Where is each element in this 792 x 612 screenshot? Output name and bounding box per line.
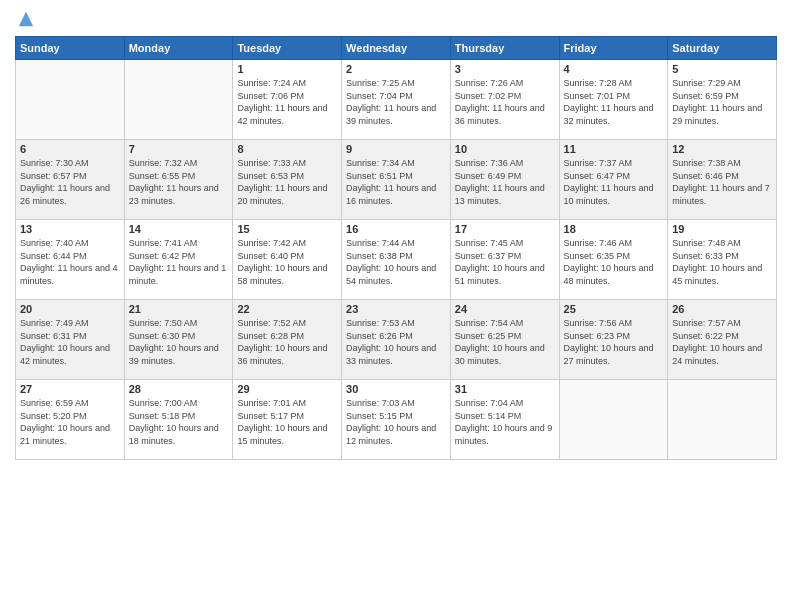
calendar-day-cell: 16Sunrise: 7:44 AMSunset: 6:38 PMDayligh… xyxy=(342,220,451,300)
day-number: 16 xyxy=(346,223,446,235)
calendar-week-row: 20Sunrise: 7:49 AMSunset: 6:31 PMDayligh… xyxy=(16,300,777,380)
calendar-day-cell: 6Sunrise: 7:30 AMSunset: 6:57 PMDaylight… xyxy=(16,140,125,220)
calendar-day-cell: 20Sunrise: 7:49 AMSunset: 6:31 PMDayligh… xyxy=(16,300,125,380)
day-number: 22 xyxy=(237,303,337,315)
calendar-day-cell: 28Sunrise: 7:00 AMSunset: 5:18 PMDayligh… xyxy=(124,380,233,460)
day-info: Sunrise: 7:41 AMSunset: 6:42 PMDaylight:… xyxy=(129,237,229,287)
day-number: 26 xyxy=(672,303,772,315)
weekday-header: Sunday xyxy=(16,37,125,60)
calendar-week-row: 27Sunrise: 6:59 AMSunset: 5:20 PMDayligh… xyxy=(16,380,777,460)
calendar-page: SundayMondayTuesdayWednesdayThursdayFrid… xyxy=(0,0,792,612)
day-info: Sunrise: 7:36 AMSunset: 6:49 PMDaylight:… xyxy=(455,157,555,207)
day-info: Sunrise: 7:01 AMSunset: 5:17 PMDaylight:… xyxy=(237,397,337,447)
day-info: Sunrise: 7:03 AMSunset: 5:15 PMDaylight:… xyxy=(346,397,446,447)
calendar-day-cell: 12Sunrise: 7:38 AMSunset: 6:46 PMDayligh… xyxy=(668,140,777,220)
header xyxy=(15,10,777,28)
calendar-day-cell: 31Sunrise: 7:04 AMSunset: 5:14 PMDayligh… xyxy=(450,380,559,460)
day-info: Sunrise: 7:46 AMSunset: 6:35 PMDaylight:… xyxy=(564,237,664,287)
calendar-day-cell: 15Sunrise: 7:42 AMSunset: 6:40 PMDayligh… xyxy=(233,220,342,300)
calendar-day-cell: 23Sunrise: 7:53 AMSunset: 6:26 PMDayligh… xyxy=(342,300,451,380)
calendar-day-cell: 10Sunrise: 7:36 AMSunset: 6:49 PMDayligh… xyxy=(450,140,559,220)
calendar-week-row: 6Sunrise: 7:30 AMSunset: 6:57 PMDaylight… xyxy=(16,140,777,220)
weekday-header: Wednesday xyxy=(342,37,451,60)
day-number: 17 xyxy=(455,223,555,235)
weekday-header: Thursday xyxy=(450,37,559,60)
calendar-day-cell: 25Sunrise: 7:56 AMSunset: 6:23 PMDayligh… xyxy=(559,300,668,380)
day-number: 1 xyxy=(237,63,337,75)
calendar-day-cell: 22Sunrise: 7:52 AMSunset: 6:28 PMDayligh… xyxy=(233,300,342,380)
calendar-day-cell: 8Sunrise: 7:33 AMSunset: 6:53 PMDaylight… xyxy=(233,140,342,220)
day-info: Sunrise: 7:38 AMSunset: 6:46 PMDaylight:… xyxy=(672,157,772,207)
calendar-day-cell: 17Sunrise: 7:45 AMSunset: 6:37 PMDayligh… xyxy=(450,220,559,300)
weekday-header: Friday xyxy=(559,37,668,60)
calendar-week-row: 1Sunrise: 7:24 AMSunset: 7:06 PMDaylight… xyxy=(16,60,777,140)
day-info: Sunrise: 7:56 AMSunset: 6:23 PMDaylight:… xyxy=(564,317,664,367)
day-number: 2 xyxy=(346,63,446,75)
day-number: 5 xyxy=(672,63,772,75)
day-info: Sunrise: 7:48 AMSunset: 6:33 PMDaylight:… xyxy=(672,237,772,287)
day-info: Sunrise: 7:24 AMSunset: 7:06 PMDaylight:… xyxy=(237,77,337,127)
day-number: 6 xyxy=(20,143,120,155)
calendar-day-cell: 7Sunrise: 7:32 AMSunset: 6:55 PMDaylight… xyxy=(124,140,233,220)
day-number: 19 xyxy=(672,223,772,235)
day-info: Sunrise: 7:49 AMSunset: 6:31 PMDaylight:… xyxy=(20,317,120,367)
day-info: Sunrise: 7:50 AMSunset: 6:30 PMDaylight:… xyxy=(129,317,229,367)
calendar-day-cell: 24Sunrise: 7:54 AMSunset: 6:25 PMDayligh… xyxy=(450,300,559,380)
calendar-day-cell: 14Sunrise: 7:41 AMSunset: 6:42 PMDayligh… xyxy=(124,220,233,300)
day-number: 14 xyxy=(129,223,229,235)
calendar-week-row: 13Sunrise: 7:40 AMSunset: 6:44 PMDayligh… xyxy=(16,220,777,300)
day-info: Sunrise: 7:25 AMSunset: 7:04 PMDaylight:… xyxy=(346,77,446,127)
calendar-day-cell: 29Sunrise: 7:01 AMSunset: 5:17 PMDayligh… xyxy=(233,380,342,460)
day-info: Sunrise: 7:52 AMSunset: 6:28 PMDaylight:… xyxy=(237,317,337,367)
calendar-day-cell: 13Sunrise: 7:40 AMSunset: 6:44 PMDayligh… xyxy=(16,220,125,300)
weekday-header: Tuesday xyxy=(233,37,342,60)
day-number: 7 xyxy=(129,143,229,155)
day-info: Sunrise: 7:28 AMSunset: 7:01 PMDaylight:… xyxy=(564,77,664,127)
day-number: 12 xyxy=(672,143,772,155)
day-number: 29 xyxy=(237,383,337,395)
calendar-day-cell: 1Sunrise: 7:24 AMSunset: 7:06 PMDaylight… xyxy=(233,60,342,140)
calendar-day-cell: 18Sunrise: 7:46 AMSunset: 6:35 PMDayligh… xyxy=(559,220,668,300)
calendar-day-cell: 30Sunrise: 7:03 AMSunset: 5:15 PMDayligh… xyxy=(342,380,451,460)
day-number: 15 xyxy=(237,223,337,235)
day-info: Sunrise: 7:00 AMSunset: 5:18 PMDaylight:… xyxy=(129,397,229,447)
logo-icon xyxy=(17,10,35,28)
day-info: Sunrise: 7:33 AMSunset: 6:53 PMDaylight:… xyxy=(237,157,337,207)
day-info: Sunrise: 7:54 AMSunset: 6:25 PMDaylight:… xyxy=(455,317,555,367)
calendar-day-cell: 19Sunrise: 7:48 AMSunset: 6:33 PMDayligh… xyxy=(668,220,777,300)
day-info: Sunrise: 7:40 AMSunset: 6:44 PMDaylight:… xyxy=(20,237,120,287)
calendar-day-cell: 11Sunrise: 7:37 AMSunset: 6:47 PMDayligh… xyxy=(559,140,668,220)
day-info: Sunrise: 7:30 AMSunset: 6:57 PMDaylight:… xyxy=(20,157,120,207)
calendar-day-cell: 26Sunrise: 7:57 AMSunset: 6:22 PMDayligh… xyxy=(668,300,777,380)
calendar-table: SundayMondayTuesdayWednesdayThursdayFrid… xyxy=(15,36,777,460)
day-info: Sunrise: 7:04 AMSunset: 5:14 PMDaylight:… xyxy=(455,397,555,447)
day-number: 18 xyxy=(564,223,664,235)
calendar-day-cell: 4Sunrise: 7:28 AMSunset: 7:01 PMDaylight… xyxy=(559,60,668,140)
day-number: 3 xyxy=(455,63,555,75)
day-number: 9 xyxy=(346,143,446,155)
calendar-header-row: SundayMondayTuesdayWednesdayThursdayFrid… xyxy=(16,37,777,60)
calendar-day-cell xyxy=(124,60,233,140)
day-info: Sunrise: 7:42 AMSunset: 6:40 PMDaylight:… xyxy=(237,237,337,287)
day-info: Sunrise: 7:45 AMSunset: 6:37 PMDaylight:… xyxy=(455,237,555,287)
day-number: 27 xyxy=(20,383,120,395)
day-info: Sunrise: 7:32 AMSunset: 6:55 PMDaylight:… xyxy=(129,157,229,207)
calendar-day-cell xyxy=(668,380,777,460)
day-number: 4 xyxy=(564,63,664,75)
calendar-day-cell: 9Sunrise: 7:34 AMSunset: 6:51 PMDaylight… xyxy=(342,140,451,220)
calendar-day-cell: 3Sunrise: 7:26 AMSunset: 7:02 PMDaylight… xyxy=(450,60,559,140)
weekday-header: Monday xyxy=(124,37,233,60)
weekday-header: Saturday xyxy=(668,37,777,60)
day-number: 13 xyxy=(20,223,120,235)
day-number: 23 xyxy=(346,303,446,315)
day-info: Sunrise: 7:34 AMSunset: 6:51 PMDaylight:… xyxy=(346,157,446,207)
calendar-day-cell: 5Sunrise: 7:29 AMSunset: 6:59 PMDaylight… xyxy=(668,60,777,140)
day-number: 10 xyxy=(455,143,555,155)
day-number: 8 xyxy=(237,143,337,155)
day-number: 21 xyxy=(129,303,229,315)
day-info: Sunrise: 6:59 AMSunset: 5:20 PMDaylight:… xyxy=(20,397,120,447)
day-info: Sunrise: 7:57 AMSunset: 6:22 PMDaylight:… xyxy=(672,317,772,367)
calendar-day-cell: 21Sunrise: 7:50 AMSunset: 6:30 PMDayligh… xyxy=(124,300,233,380)
calendar-day-cell xyxy=(559,380,668,460)
day-number: 28 xyxy=(129,383,229,395)
